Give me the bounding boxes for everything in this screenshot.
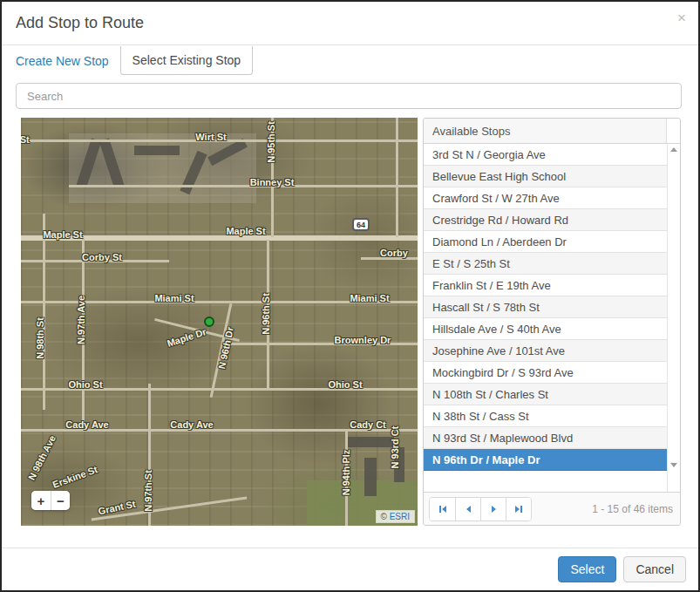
map-street-label: N 98th Ave [26, 433, 58, 481]
available-stops-grid: Available Stops 3rd St N / Georgia AveBe… [423, 118, 681, 526]
map-street-label: Maple St [43, 229, 82, 240]
map-building [134, 146, 180, 155]
map-zoom-control: + − [31, 491, 70, 510]
map-street-label: N 96th Dr [216, 326, 235, 370]
first-page-icon [439, 506, 441, 513]
list-item[interactable]: Bellevue East High School [424, 166, 667, 187]
map-street-label: Binney St [250, 177, 295, 187]
cancel-button[interactable]: Cancel [623, 556, 686, 582]
grid-pager: 1 - 15 of 46 items [424, 492, 680, 525]
pager-summary: 1 - 15 of 46 items [592, 503, 673, 515]
next-page-icon [492, 506, 496, 513]
list-scrollbar[interactable] [667, 144, 680, 492]
map-street-label: Cady Ave [65, 419, 108, 430]
map-road [43, 214, 45, 410]
map-building [364, 458, 377, 496]
map-street-label: Miami St [154, 293, 194, 303]
map-street-label: N 94th Plz [341, 450, 351, 496]
tab-select-existing-stop[interactable]: Select Existing Stop [120, 46, 254, 75]
list-item[interactable]: N 108th St / Charles St [424, 384, 667, 405]
list-item[interactable]: Crawford St / W 27th Ave [424, 187, 667, 209]
map-street-label: N 97th St [143, 470, 153, 512]
search-input[interactable] [16, 83, 682, 109]
dialog-footer: Select Cancel [2, 548, 698, 590]
map-street-label: N 97th Ave [76, 296, 86, 344]
map-road [69, 185, 418, 187]
stops-grid-header: Available Stops [424, 119, 680, 144]
list-item[interactable]: Crestridge Rd / Howard Rd [424, 209, 667, 231]
map-street-label: Erskine St [51, 464, 99, 490]
add-stop-dialog: Add Stop to Route × Create New Stop Sele… [0, 0, 700, 592]
list-item[interactable]: E St / S 25th St [424, 253, 667, 275]
map-street-label: N 95th St [266, 121, 276, 163]
map-street-label: N 96th St [261, 293, 271, 335]
copyright-symbol: © [381, 512, 387, 521]
map-attribution: © ESRI [376, 510, 416, 523]
map-street-label: Wirt St [21, 134, 30, 145]
tab-create-new-stop[interactable]: Create New Stop [4, 46, 120, 75]
last-page-button[interactable] [506, 498, 531, 521]
highway-64-shield: 64 [352, 218, 370, 231]
first-page-button[interactable] [430, 498, 455, 521]
tabstrip: Create New Stop Select Existing Stop [2, 46, 253, 75]
map-street-label: Maple St [226, 226, 265, 236]
scroll-up-icon[interactable] [670, 147, 677, 152]
select-button[interactable]: Select [558, 556, 616, 582]
map-street-label: Cady Ave [170, 419, 213, 430]
list-item[interactable]: Josephine Ave / 101st Ave [424, 340, 667, 362]
list-item[interactable]: Mockingbird Dr / S 93rd Ave [424, 362, 667, 384]
map-street-label: N 98th St [35, 317, 45, 359]
list-item[interactable]: N 93rd St / Maplewood Blvd [424, 427, 667, 449]
map-street-label: Miami St [350, 293, 389, 303]
map-street-label: Corby [380, 248, 408, 258]
list-item[interactable]: Diamond Ln / Aberdeen Dr [424, 231, 667, 253]
dialog-title: Add Stop to Route [16, 14, 144, 32]
column-header-available-stops: Available Stops [424, 119, 667, 143]
zoom-in-button[interactable]: + [31, 491, 51, 510]
map-street-label: Maple Dr [166, 326, 207, 349]
header-scrollbar-gap [667, 119, 680, 143]
map-street-label: Wirt St [195, 132, 226, 142]
list-item[interactable]: 3rd St N / Georgia Ave [424, 144, 667, 166]
next-page-button[interactable] [480, 498, 506, 521]
pager-buttons [429, 497, 532, 521]
map-street-label: Corby St [82, 252, 122, 262]
attribution-esri: ESRI [390, 512, 410, 521]
map-street-label: Brownley Dr [335, 335, 391, 345]
map-street-label: Cady Ct [350, 419, 386, 430]
map-street-label: Ohio St [68, 379, 102, 390]
last-page-icon [515, 506, 520, 513]
list-item[interactable]: Hascall St / S 78th St [424, 296, 667, 318]
previous-page-icon [466, 506, 471, 513]
scroll-down-icon[interactable] [670, 463, 677, 467]
list-item[interactable]: Franklin St / E 19th Ave [424, 275, 667, 296]
previous-page-button[interactable] [455, 498, 480, 521]
close-icon[interactable]: × [677, 10, 686, 25]
dialog-titlebar: Add Stop to Route × [2, 2, 698, 45]
map-canvas[interactable]: 64 + − © ESRI Wirt StWirt StN 95th StBin… [21, 118, 418, 526]
stop-marker-icon[interactable] [204, 316, 214, 327]
stops-rows: 3rd St N / Georgia AveBellevue East High… [424, 144, 667, 492]
list-item[interactable]: N 38th St / Cass St [424, 405, 667, 427]
map-street-label: Ohio St [328, 379, 362, 390]
map-building [345, 437, 394, 447]
zoom-out-button[interactable]: − [51, 491, 70, 510]
list-item[interactable]: Hillsdale Ave / S 40th Ave [424, 318, 667, 340]
map-road [396, 118, 398, 237]
list-item[interactable]: N 96th Dr / Maple Dr [424, 449, 667, 471]
map-street-label: N 93rd Ct [390, 426, 400, 469]
